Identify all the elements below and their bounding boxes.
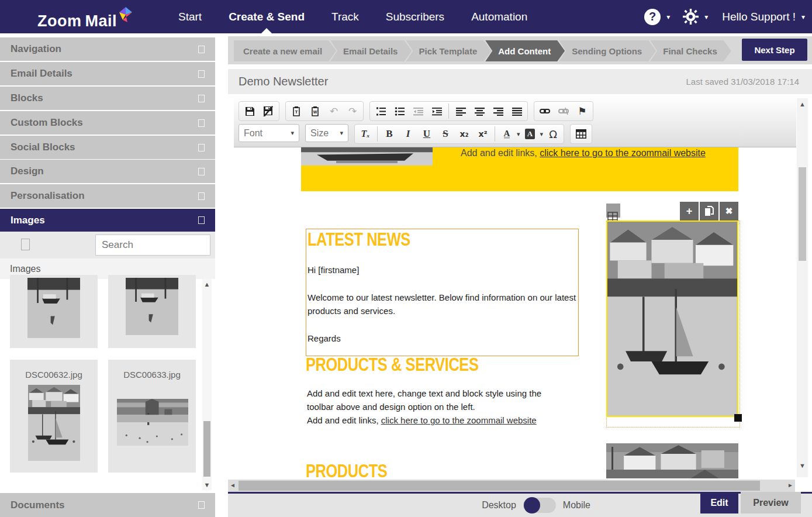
bulleted-list-icon[interactable]: [391, 103, 408, 120]
user-menu-label[interactable]: Hello Support !: [722, 11, 796, 23]
scroll-up-icon[interactable]: ▲: [202, 281, 212, 288]
table-icon[interactable]: [572, 126, 590, 143]
save-icon[interactable]: [241, 103, 258, 120]
nav-automation[interactable]: Automation: [471, 0, 527, 33]
help-caret-icon[interactable]: ▾: [666, 13, 670, 21]
sidebar-item-design[interactable]: Design: [0, 160, 215, 183]
scroll-down-icon[interactable]: ▼: [797, 462, 808, 469]
step-create-a-new-email[interactable]: Create a new email: [234, 40, 336, 61]
next-step-button[interactable]: Next Step: [742, 39, 807, 61]
increase-indent-icon[interactable]: [428, 103, 445, 120]
canvas-vertical-scrollbar[interactable]: ▲ ▼: [797, 98, 808, 477]
image-resize-handle[interactable]: [734, 414, 742, 422]
bold-icon[interactable]: B: [381, 126, 398, 143]
chevron-down-icon[interactable]: ▾: [517, 130, 520, 138]
sidebar-item-images[interactable]: Images: [0, 209, 215, 232]
delete-block-button[interactable]: ✖: [720, 202, 738, 220]
italic-icon[interactable]: I: [399, 126, 417, 143]
edit-button[interactable]: Edit: [700, 492, 738, 513]
thumbnail-card[interactable]: [108, 275, 196, 348]
banner-link[interactable]: click here to go to the zoommail website: [540, 148, 706, 158]
toggle-knob[interactable]: [524, 497, 540, 513]
font-select[interactable]: Font▾: [239, 124, 299, 142]
step-email-details[interactable]: Email Details: [330, 40, 412, 61]
image-search-input[interactable]: [95, 235, 210, 256]
vertical-scrollbar-thumb[interactable]: [799, 167, 806, 261]
body-link[interactable]: click here to go to the zoommail website: [381, 415, 537, 425]
sidebar-item-navigation[interactable]: Navigation: [0, 37, 215, 61]
sidebar-item-social-blocks[interactable]: Social Blocks: [0, 136, 215, 159]
email-editor-canvas[interactable]: Add and edit links, click here to go to …: [234, 147, 796, 478]
toolbar-separator: [377, 126, 378, 142]
scroll-up-icon[interactable]: ▲: [797, 101, 808, 108]
canvas-horizontal-scrollbar[interactable]: ◄ ►: [228, 480, 795, 492]
settings-gear-icon[interactable]: [683, 9, 699, 25]
settings-caret-icon[interactable]: ▾: [704, 13, 708, 21]
duplicate-block-button[interactable]: [700, 202, 718, 220]
align-right-icon[interactable]: [489, 103, 507, 120]
sidebar-item-email-details[interactable]: Email Details: [0, 62, 215, 85]
nav-track[interactable]: Track: [331, 0, 359, 33]
scroll-left-icon[interactable]: ◄: [229, 482, 236, 488]
selected-text-block[interactable]: LATEST NEWS Hi [firstname] Welcome to ou…: [306, 229, 579, 356]
add-block-button[interactable]: +: [680, 202, 699, 220]
thumbnail-card[interactable]: [10, 275, 98, 348]
user-caret-icon[interactable]: ▾: [801, 13, 805, 21]
expand-icon: [198, 46, 205, 53]
subscript-icon[interactable]: x₂: [455, 126, 473, 143]
sidebar-item-custom-blocks[interactable]: Custom Blocks: [0, 111, 215, 135]
toolbar-group-clipboard: T W ↶ ↷: [285, 101, 364, 121]
upload-icon[interactable]: [21, 239, 30, 250]
text-color-icon[interactable]: A: [498, 126, 516, 143]
device-toggle[interactable]: [523, 498, 556, 513]
scroll-down-icon[interactable]: ▼: [202, 481, 212, 488]
paste-word-icon[interactable]: W: [306, 103, 324, 120]
zoommail-logo[interactable]: ZoomMail: [37, 7, 132, 30]
next-block-image[interactable]: [606, 443, 738, 478]
strikethrough-icon[interactable]: S: [437, 126, 454, 143]
decrease-indent-icon[interactable]: [409, 103, 427, 120]
chevron-down-icon[interactable]: ▾: [540, 130, 544, 138]
selected-image[interactable]: [606, 220, 738, 417]
horizontal-scrollbar-thumb[interactable]: [239, 481, 760, 491]
logo-text-zoom: Zoom: [37, 12, 82, 30]
thumbnail-image: [28, 385, 80, 461]
nav-subscribers[interactable]: Subscribers: [386, 0, 444, 33]
underline-icon[interactable]: U: [418, 126, 436, 143]
step-pick-template[interactable]: Pick Template: [406, 40, 491, 61]
nav-start[interactable]: Start: [178, 0, 202, 33]
banner-photo[interactable]: [301, 147, 433, 166]
sidebar-item-personalisation[interactable]: Personalisation: [0, 184, 215, 208]
sidebar-scrollbar[interactable]: ▲ ▼: [202, 279, 212, 490]
save-template-icon[interactable]: [260, 103, 277, 120]
email-header-banner[interactable]: Add and edit links, click here to go to …: [301, 147, 738, 191]
nav-create-and-send[interactable]: Create & Send: [229, 0, 305, 33]
step-final-checks[interactable]: Final Checks: [650, 40, 731, 61]
toolbar-group-table: [570, 124, 592, 144]
remove-format-icon[interactable]: Tₓ: [357, 126, 374, 143]
anchor-flag-icon[interactable]: ⚑: [573, 103, 591, 120]
size-select[interactable]: Size▾: [305, 124, 348, 142]
step-add-content[interactable]: Add Content: [485, 40, 565, 61]
sidebar-item-documents[interactable]: Documents: [0, 493, 215, 517]
unlink-icon[interactable]: [555, 103, 572, 120]
superscript-icon[interactable]: x²: [474, 126, 492, 143]
align-left-icon[interactable]: [452, 103, 469, 120]
sidebar-scrollbar-thumb[interactable]: [203, 421, 210, 477]
special-char-icon[interactable]: Ω: [544, 126, 562, 143]
thumbnail-card-dsc00632[interactable]: DSC00632.jpg: [10, 360, 98, 473]
thumbnail-card-dsc00633[interactable]: DSC00633.jpg: [108, 360, 196, 473]
undo-icon[interactable]: ↶: [325, 103, 343, 120]
preview-button[interactable]: Preview: [741, 492, 801, 513]
redo-icon[interactable]: ↷: [344, 103, 361, 120]
align-center-icon[interactable]: [471, 103, 488, 120]
align-justify-icon[interactable]: [508, 103, 526, 120]
numbered-list-icon[interactable]: [372, 103, 389, 120]
link-icon[interactable]: [536, 103, 554, 120]
scroll-right-icon[interactable]: ►: [787, 482, 794, 488]
background-color-icon[interactable]: A: [521, 126, 539, 143]
paste-text-icon[interactable]: T: [288, 103, 305, 120]
help-icon[interactable]: ?: [644, 9, 661, 25]
step-sending-options[interactable]: Sending Options: [559, 40, 656, 61]
sidebar-item-blocks[interactable]: Blocks: [0, 87, 215, 110]
